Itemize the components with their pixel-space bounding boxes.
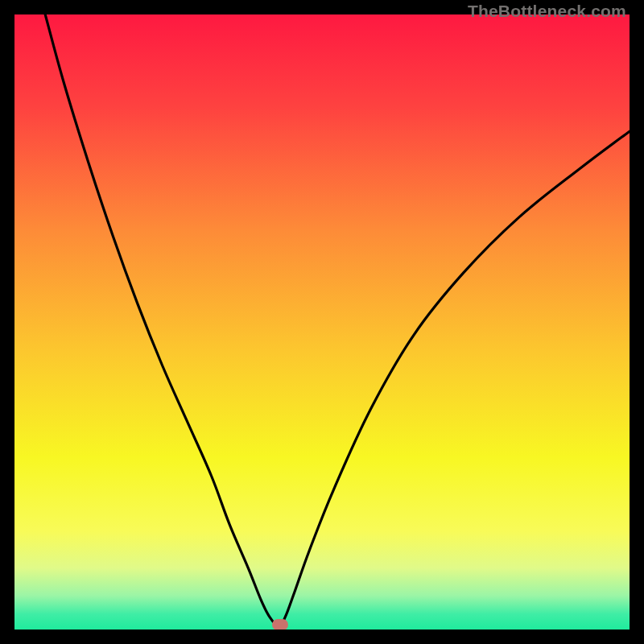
chart-frame [0, 0, 644, 644]
chart-stage: TheBottleneck.com [0, 0, 644, 644]
